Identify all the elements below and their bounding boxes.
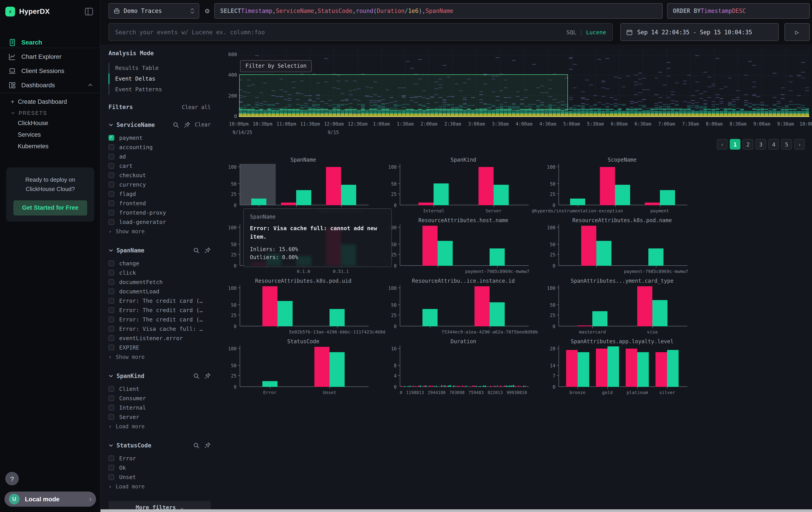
checkbox[interactable] <box>109 395 114 401</box>
pagination-page-button[interactable]: 5 <box>781 139 792 150</box>
pagination-prev-button[interactable]: ‹ <box>717 139 727 150</box>
filter-checkbox-row[interactable]: Client <box>109 384 211 394</box>
filter-checkbox-row[interactable]: Unset <box>109 473 211 482</box>
chart-plot[interactable]: 02550100ErrorUnset <box>240 346 367 387</box>
search-input[interactable] <box>115 29 566 35</box>
sidebar-item-dashboards[interactable]: Dashboards <box>0 78 100 92</box>
checkbox[interactable] <box>109 182 114 187</box>
search-icon[interactable] <box>193 442 200 449</box>
checkbox[interactable] <box>109 307 114 313</box>
checkbox[interactable] <box>109 219 114 225</box>
filter-checkbox-row[interactable]: payment <box>109 133 211 142</box>
checkbox[interactable] <box>109 455 114 461</box>
chevron-down-icon[interactable] <box>109 248 113 253</box>
filter-checkbox-row[interactable]: change <box>109 259 211 268</box>
presets-toggle[interactable]: PRESETS <box>0 108 100 118</box>
date-range-picker[interactable]: Sep 14 22:04:35 - Sep 15 10:04:35 <box>620 23 779 41</box>
filter-by-selection-button[interactable]: Filter by Selection <box>240 60 312 72</box>
pin-icon[interactable] <box>184 121 190 128</box>
search-icon[interactable] <box>193 247 200 253</box>
pin-icon[interactable] <box>204 247 211 253</box>
lucene-toggle[interactable]: Lucene <box>586 29 606 35</box>
filter-checkbox-row[interactable]: Server <box>109 412 211 422</box>
checkbox[interactable] <box>109 210 114 215</box>
filter-checkbox-row[interactable]: Internal <box>109 403 211 412</box>
horizontal-scrollbar[interactable] <box>100 509 812 512</box>
checkbox[interactable] <box>109 135 114 141</box>
show-more-button[interactable]: ›Load more <box>109 422 211 431</box>
filter-checkbox-row[interactable]: Error: The credit card (… <box>109 296 211 305</box>
checkbox[interactable] <box>109 279 114 285</box>
heatmap-plot[interactable]: Filter by Selection <box>239 49 809 117</box>
show-more-button[interactable]: ›Show more <box>109 352 211 361</box>
checkbox[interactable] <box>109 335 114 341</box>
help-button[interactable]: ? <box>5 472 19 485</box>
search-icon[interactable] <box>193 372 200 379</box>
get-started-button[interactable]: Get Started for Free <box>13 200 87 215</box>
filter-checkbox-row[interactable]: click <box>109 268 211 277</box>
filter-section-name[interactable]: StatusCode <box>117 442 151 449</box>
pin-icon[interactable] <box>204 372 211 379</box>
checkbox[interactable] <box>109 414 114 420</box>
checkbox[interactable] <box>109 191 114 197</box>
filter-checkbox-row[interactable]: EXPIRE <box>109 343 211 352</box>
checkbox[interactable] <box>109 317 114 322</box>
checkbox[interactable] <box>109 270 114 276</box>
filter-checkbox-row[interactable]: load-generator <box>109 217 211 226</box>
filter-checkbox-row[interactable]: currency <box>109 180 211 189</box>
sidebar-collapse-icon[interactable] <box>84 7 94 17</box>
filter-section-name[interactable]: ServiceName <box>117 121 155 128</box>
chart-plot[interactable]: 025501005e02b5fb-13ae-4296-bbbc-111f423c… <box>240 285 367 326</box>
show-more-button[interactable]: ›Show more <box>109 226 211 236</box>
chart-plot[interactable]: 0481601198813294418070309875948382201399… <box>400 346 527 387</box>
chart-plot[interactable]: 02550100f5344ec9-a1ea-4290-a62a-78f5bee8… <box>400 285 527 326</box>
filter-checkbox-row[interactable]: documentLoad <box>109 287 211 296</box>
order-by-editor[interactable]: ORDER BY Timestamp DESC <box>667 3 810 19</box>
checkbox[interactable] <box>109 465 114 470</box>
pagination-page-button[interactable]: 3 <box>756 139 766 150</box>
sidebar-item-client-sessions[interactable]: Client Sessions <box>0 64 100 78</box>
filter-checkbox-row[interactable]: Error: The credit card (… <box>109 315 211 324</box>
filter-checkbox-row[interactable]: frontend <box>109 198 211 208</box>
checkbox[interactable] <box>109 474 114 480</box>
chart-plot[interactable]: 02550100InternalServer <box>400 164 527 205</box>
checkbox[interactable] <box>109 172 114 178</box>
checkbox[interactable] <box>109 298 114 304</box>
checkbox[interactable] <box>109 200 114 206</box>
chart-plot[interactable]: 02550100payment-7985c8969c-mwmw7 <box>558 224 686 266</box>
sidebar-item-kubernetes[interactable]: Kubernetes <box>0 141 100 152</box>
chart-plot[interactable]: 02550100mastercardvisa <box>558 285 686 326</box>
sidebar-item-chart-explorer[interactable]: Chart Explorer <box>0 50 100 63</box>
analysis-mode-item[interactable]: Event Patterns <box>109 84 211 95</box>
checkbox[interactable] <box>109 289 114 294</box>
heatmap-selection-box[interactable] <box>239 74 568 110</box>
sidebar-item-clickhouse[interactable]: ClickHouse <box>0 117 100 128</box>
source-select[interactable]: Demo Traces <box>109 3 199 19</box>
pagination-page-button[interactable]: 1 <box>730 139 741 150</box>
chart-plot[interactable]: 02550100payment-7985c8969c-mwmw7 <box>400 224 527 266</box>
create-dashboard-button[interactable]: + Create Dashboard <box>0 96 100 107</box>
sql-toggle[interactable]: SQL <box>566 29 576 35</box>
pagination-next-button[interactable]: › <box>794 139 805 150</box>
filter-checkbox-row[interactable]: cart <box>109 161 211 170</box>
search-icon[interactable] <box>173 121 179 128</box>
chevron-down-icon[interactable] <box>109 122 113 127</box>
chevron-down-icon[interactable] <box>109 373 113 378</box>
filter-section-name[interactable]: SpanName <box>117 247 144 253</box>
chart-plot[interactable]: 071428bronzegoldplatinumsilver <box>558 346 686 387</box>
filter-checkbox-row[interactable]: checkout <box>109 170 211 180</box>
checkbox[interactable] <box>109 144 114 150</box>
clear-all-button[interactable]: Clear all <box>182 104 211 110</box>
chevron-down-icon[interactable] <box>109 443 113 448</box>
gear-icon[interactable]: ⚙ <box>202 6 212 16</box>
filter-checkbox-row[interactable]: ad <box>109 152 211 161</box>
filter-checkbox-row[interactable]: Consumer <box>109 394 211 403</box>
filter-checkbox-row[interactable]: Error <box>109 454 211 463</box>
sidebar-item-services[interactable]: Services <box>0 129 100 140</box>
filter-checkbox-row[interactable]: Ok <box>109 463 211 473</box>
checkbox[interactable] <box>109 326 114 332</box>
local-mode-button[interactable]: U Local mode › <box>4 491 96 507</box>
filter-checkbox-row[interactable]: frontend-proxy <box>109 208 211 217</box>
checkbox[interactable] <box>109 386 114 392</box>
sql-query-editor[interactable]: SELECT Timestamp, ServiceName, StatusCod… <box>214 3 663 19</box>
